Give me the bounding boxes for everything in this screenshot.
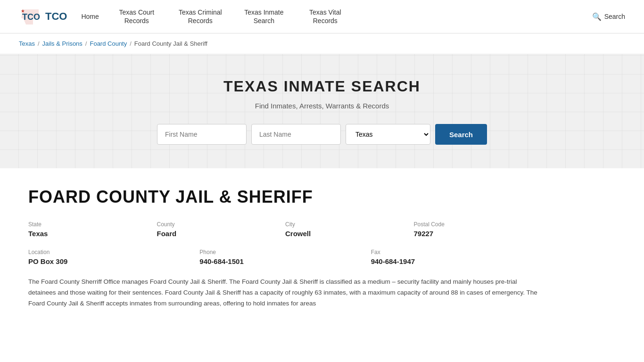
breadcrumb-sep-1: / bbox=[38, 40, 40, 47]
nav-home[interactable]: Home bbox=[81, 12, 99, 21]
location-value: PO Box 309 bbox=[28, 257, 195, 265]
facility-contact-grid: Location PO Box 309 Phone 940-684-1501 F… bbox=[28, 249, 537, 265]
first-name-input[interactable] bbox=[157, 124, 247, 145]
logo-icon: TCO bbox=[19, 5, 42, 28]
postal-label: Postal Code bbox=[414, 221, 538, 228]
county-field: County Foard bbox=[157, 221, 281, 238]
city-field: City Crowell bbox=[285, 221, 409, 238]
main-content: FOARD COUNTY JAIL & SHERIFF State Texas … bbox=[0, 168, 566, 328]
fax-field: Fax 940-684-1947 bbox=[371, 249, 537, 265]
breadcrumb: Texas / Jails & Prisons / Foard County /… bbox=[0, 33, 644, 54]
nav-search-label: Search bbox=[604, 13, 625, 20]
nav-vital-records[interactable]: Texas Vital Records bbox=[302, 8, 349, 25]
nav-inmate-search[interactable]: Texas Inmate Search bbox=[240, 8, 288, 25]
county-value: Foard bbox=[157, 230, 281, 238]
facility-title: FOARD COUNTY JAIL & SHERIFF bbox=[28, 187, 537, 207]
breadcrumb-jails[interactable]: Jails & Prisons bbox=[42, 40, 83, 47]
svg-text:TCO: TCO bbox=[22, 12, 40, 22]
main-nav: Home Texas Court Records Texas Criminal … bbox=[81, 8, 625, 25]
logo-text: TCO bbox=[45, 10, 67, 23]
city-label: City bbox=[285, 221, 409, 228]
breadcrumb-current: Foard County Jail & Sheriff bbox=[134, 40, 207, 47]
location-label: Location bbox=[28, 249, 195, 255]
hero-section: TEXAS INMATE SEARCH Find Inmates, Arrest… bbox=[0, 54, 644, 168]
facility-description: The Foard County Sherriff Office manages… bbox=[28, 277, 537, 309]
breadcrumb-texas[interactable]: Texas bbox=[19, 40, 35, 47]
site-header: TCO TCO Home Texas Court Records Texas C… bbox=[0, 0, 644, 33]
state-select[interactable]: TexasAlabamaAlaskaArizonaArkansasCalifor… bbox=[346, 124, 430, 145]
hero-subtitle: Find Inmates, Arrests, Warrants & Record… bbox=[9, 102, 635, 110]
nav-criminal-records[interactable]: Texas Criminal Records bbox=[174, 8, 226, 25]
fax-value: 940-684-1947 bbox=[371, 257, 537, 265]
facility-info-grid: State Texas County Foard City Crowell Po… bbox=[28, 221, 537, 238]
breadcrumb-sep-2: / bbox=[85, 40, 87, 47]
state-label: State bbox=[28, 221, 152, 228]
breadcrumb-sep-3: / bbox=[130, 40, 132, 47]
location-field: Location PO Box 309 bbox=[28, 249, 195, 265]
nav-search-button[interactable]: 🔍 Search bbox=[592, 12, 625, 21]
nav-court-records[interactable]: Texas Court Records bbox=[113, 8, 160, 25]
fax-label: Fax bbox=[371, 249, 537, 255]
state-field: State Texas bbox=[28, 221, 152, 238]
postal-value: 79227 bbox=[414, 230, 538, 238]
breadcrumb-foard-county[interactable]: Foard County bbox=[90, 40, 127, 47]
postal-field: Postal Code 79227 bbox=[414, 221, 538, 238]
last-name-input[interactable] bbox=[251, 124, 341, 145]
phone-label: Phone bbox=[199, 249, 366, 255]
inmate-search-form: TexasAlabamaAlaskaArizonaArkansasCalifor… bbox=[9, 124, 635, 145]
phone-value: 940-684-1501 bbox=[199, 257, 366, 265]
city-value: Crowell bbox=[285, 230, 409, 238]
phone-field: Phone 940-684-1501 bbox=[199, 249, 366, 265]
hero-title: TEXAS INMATE SEARCH bbox=[9, 78, 635, 95]
county-label: County bbox=[157, 221, 281, 228]
site-logo[interactable]: TCO TCO bbox=[19, 5, 67, 28]
search-icon: 🔍 bbox=[592, 12, 602, 21]
state-value: Texas bbox=[28, 230, 152, 238]
search-button[interactable]: Search bbox=[435, 124, 487, 145]
